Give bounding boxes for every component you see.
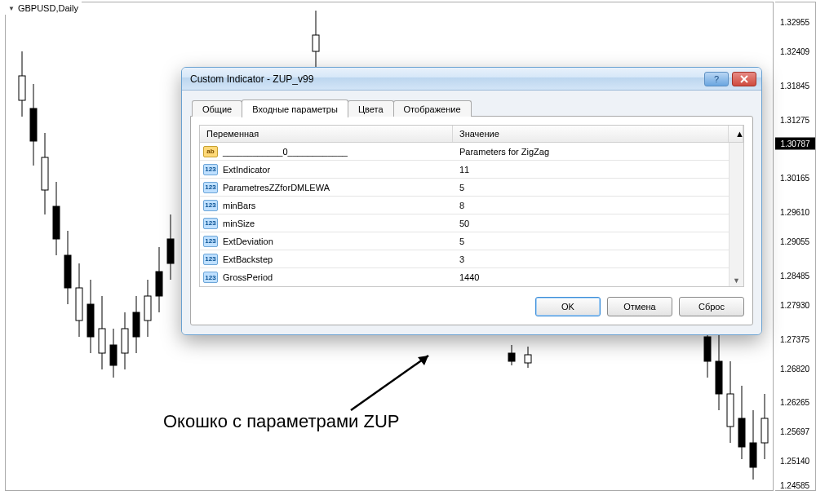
price-tick: 1.24585	[780, 481, 809, 490]
type-number-icon: 123	[203, 218, 218, 229]
svg-rect-11	[76, 288, 82, 321]
param-value[interactable]: 3	[453, 254, 729, 264]
chevron-down-icon: ▼	[8, 5, 15, 12]
price-tick: 1.32409	[780, 46, 809, 55]
annotation-caption: Окошко с параметрами ZUP	[163, 411, 400, 432]
price-tick: 1.29610	[780, 208, 809, 217]
price-tick: 1.28485	[780, 271, 809, 280]
param-row[interactable]: 123 minBars 8	[200, 197, 729, 214]
price-tick: 1.25140	[780, 457, 809, 466]
param-name: ParametresZZforDMLEWA	[221, 183, 453, 192]
price-tick: 1.32955	[780, 17, 809, 26]
type-number-icon: 123	[203, 272, 218, 283]
svg-rect-9	[64, 255, 71, 288]
tab-content: Переменная Значение ▲ ab ____________0__…	[190, 116, 753, 325]
param-value[interactable]: 50	[453, 219, 729, 228]
svg-rect-1	[19, 76, 25, 100]
help-button[interactable]: ?	[704, 72, 729, 86]
parameters-table: Переменная Значение ▲ ab ____________0__…	[199, 125, 744, 287]
close-icon	[739, 75, 749, 83]
reset-button[interactable]: Сброс	[679, 297, 744, 316]
parameters-rows: ab ____________0____________ Parameters …	[200, 143, 729, 286]
svg-rect-25	[156, 272, 162, 296]
param-row[interactable]: 123 ExtBackstep 3	[200, 250, 729, 268]
param-row[interactable]: 123 GrossPeriod 1440	[200, 268, 729, 286]
param-name: ____________0____________	[221, 147, 453, 157]
type-string-icon: ab	[203, 146, 218, 157]
dialog-title: Custom Indicator - ZUP_v99	[187, 73, 701, 85]
param-row[interactable]: ab ____________0____________ Parameters …	[200, 143, 729, 161]
column-value[interactable]: Значение	[453, 126, 729, 142]
param-value[interactable]: Parameters for ZigZag	[453, 147, 729, 157]
tab-inputs[interactable]: Входные параметры	[242, 99, 348, 117]
chart-symbol-text: GBPUSD,Daily	[18, 3, 78, 13]
param-name: minSize	[221, 219, 453, 228]
price-tick: 1.31275	[780, 115, 809, 124]
price-tick: 1.26265	[780, 398, 809, 407]
svg-rect-33	[716, 361, 722, 394]
price-tick-current: 1.30787	[775, 138, 815, 150]
price-tick: 1.26820	[780, 364, 809, 373]
svg-rect-5	[42, 157, 48, 190]
param-row[interactable]: 123 ExtIndicator 11	[200, 161, 729, 179]
svg-rect-41	[761, 418, 768, 443]
param-value[interactable]: 1440	[453, 272, 729, 282]
param-row[interactable]: 123 minSize 50	[200, 214, 729, 232]
dialog-titlebar[interactable]: Custom Indicator - ZUP_v99 ?	[182, 68, 761, 91]
svg-rect-43	[508, 353, 515, 361]
tab-colors[interactable]: Цвета	[348, 100, 394, 117]
param-value[interactable]: 11	[453, 165, 729, 175]
svg-rect-35	[727, 394, 734, 427]
type-number-icon: 123	[203, 200, 218, 211]
price-tick: 1.30165	[780, 174, 809, 183]
price-tick: 1.27375	[780, 334, 809, 343]
svg-rect-21	[133, 312, 140, 337]
param-value[interactable]: 5	[453, 237, 729, 246]
type-number-icon: 123	[203, 254, 218, 265]
scroll-header: ▲	[729, 126, 743, 142]
cancel-button[interactable]: Отмена	[607, 297, 672, 316]
price-tick: 1.29055	[780, 237, 809, 246]
svg-rect-27	[167, 239, 174, 263]
tabstrip: Общие Входные параметры Цвета Отображени…	[192, 97, 753, 117]
ok-button[interactable]: OK	[535, 297, 601, 316]
param-name: GrossPeriod	[221, 272, 453, 282]
svg-rect-17	[110, 345, 117, 365]
svg-rect-19	[122, 329, 128, 353]
svg-rect-37	[738, 418, 745, 447]
param-value[interactable]: 8	[453, 201, 729, 210]
type-number-icon: 123	[203, 236, 218, 247]
svg-rect-45	[525, 355, 531, 363]
close-button[interactable]	[732, 72, 756, 86]
svg-rect-15	[99, 329, 105, 353]
param-name: ExtIndicator	[221, 165, 453, 175]
param-row[interactable]: 123 ParametresZZforDMLEWA 5	[200, 179, 729, 197]
param-name: minBars	[221, 201, 453, 210]
type-number-icon: 123	[203, 182, 218, 193]
svg-rect-31	[704, 337, 711, 361]
type-number-icon: 123	[203, 164, 218, 175]
param-name: ExtDeviation	[221, 237, 453, 246]
svg-rect-29	[313, 35, 319, 51]
scroll-down-icon[interactable]: ▼	[733, 276, 740, 285]
indicator-settings-dialog: Custom Indicator - ZUP_v99 ? Общие Входн…	[181, 67, 762, 335]
dialog-button-row: OK Отмена Сброс	[199, 297, 744, 316]
svg-rect-13	[87, 304, 94, 337]
svg-rect-23	[144, 296, 151, 321]
param-value[interactable]: 5	[453, 183, 729, 192]
param-row[interactable]: 123 ExtDeviation 5	[200, 232, 729, 250]
price-tick: 1.25697	[780, 427, 809, 436]
price-scale: 1.32955 1.32409 1.31845 1.31275 1.30787 …	[775, 2, 816, 491]
tab-general[interactable]: Общие	[192, 100, 242, 117]
svg-rect-7	[53, 206, 60, 239]
param-name: ExtBackstep	[221, 254, 453, 264]
price-tick: 1.27930	[780, 300, 809, 309]
price-tick: 1.31845	[780, 81, 809, 90]
chart-symbol-label: ▼ GBPUSD,Daily	[5, 2, 82, 15]
tab-visualization[interactable]: Отображение	[393, 100, 472, 117]
scrollbar[interactable]: ▼	[729, 143, 743, 286]
column-variable[interactable]: Переменная	[200, 126, 453, 142]
svg-rect-3	[30, 108, 37, 141]
svg-rect-39	[750, 443, 756, 467]
parameters-header: Переменная Значение ▲	[200, 126, 743, 143]
